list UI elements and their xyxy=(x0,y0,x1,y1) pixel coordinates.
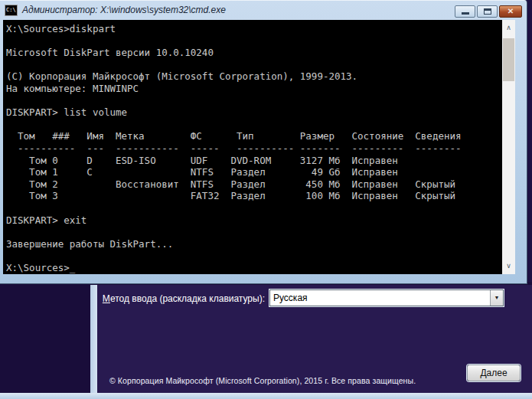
console-line: Том 3 FAT32 Раздел 100 Мб Исправен Скрыт… xyxy=(6,190,462,202)
console-line xyxy=(6,95,462,107)
desktop-background xyxy=(0,282,90,393)
scrollbar-thumb[interactable] xyxy=(503,38,514,81)
console-line xyxy=(6,202,462,214)
setup-window-bottom-border xyxy=(0,393,532,399)
console-line xyxy=(6,226,462,238)
maximize-icon xyxy=(484,8,491,15)
keyboard-layout-select[interactable]: Русская ▼ xyxy=(269,289,504,306)
next-button-text: алее xyxy=(487,368,508,378)
cmd-window: C:\ Администратор: X:\windows\system32\c… xyxy=(0,0,527,284)
console-line: DISKPART> exit xyxy=(6,214,462,227)
console-line: Завершение работы DiskPart... xyxy=(6,238,462,250)
keyboard-label-accesskey: М xyxy=(103,293,110,304)
console-line: X:\Sources>_ xyxy=(6,262,462,274)
console-line: ---------- --- ----------- ----- -------… xyxy=(6,142,462,155)
console-line: Microsoft DiskPart версии 10.0.10240 xyxy=(6,47,462,59)
close-button[interactable]: ✕ xyxy=(499,5,522,18)
console-line xyxy=(6,35,462,47)
close-icon: ✕ xyxy=(508,7,514,15)
copyright-text: © Корпорация Майкрософт (Microsoft Corpo… xyxy=(109,376,416,385)
keyboard-label-text: етод ввода (раскладка клавиатуры): xyxy=(110,293,265,304)
console-output: X:\Sources>diskpart Microsoft DiskPart в… xyxy=(6,23,462,273)
cmd-icon[interactable]: C:\ xyxy=(5,5,18,16)
console-line: DISKPART> list volume xyxy=(6,106,462,119)
vertical-scrollbar[interactable]: ∧ ∨ xyxy=(502,20,515,274)
console-line xyxy=(6,59,462,71)
console-line: Том 2 Восстановит NTFS Раздел 450 Мб Исп… xyxy=(6,178,462,191)
console-line: (C) Корпорация Майкрософт (Microsoft Cor… xyxy=(6,70,462,83)
console-line xyxy=(6,119,462,131)
screen: Метод ввода (раскладка клавиатуры): Русс… xyxy=(0,0,532,399)
keyboard-layout-label: Метод ввода (раскладка клавиатуры): xyxy=(90,293,265,304)
console-line: Том ### Имя Метка ФС Тип Размер Состояни… xyxy=(6,130,462,142)
window-controls: ✕ xyxy=(455,5,522,18)
console-line: На компьютере: MINWINPC xyxy=(6,83,462,95)
console-line: Том 1 C NTFS Раздел 49 Gб Исправен xyxy=(6,166,462,178)
minimize-icon xyxy=(462,12,469,15)
scroll-down-icon[interactable]: ∨ xyxy=(502,260,515,273)
console-line xyxy=(6,250,462,262)
window-title: Администратор: X:\windows\system32\cmd.e… xyxy=(22,5,226,15)
console-client[interactable]: X:\Sources>diskpart Microsoft DiskPart в… xyxy=(3,20,515,274)
console-line: X:\Sources>diskpart xyxy=(6,23,462,35)
maximize-button[interactable] xyxy=(477,5,498,18)
next-button[interactable]: Далее xyxy=(467,365,521,381)
keyboard-layout-value: Русская xyxy=(273,293,308,303)
combo-dropdown-arrow-icon[interactable]: ▼ xyxy=(490,290,503,306)
titlebar[interactable]: C:\ Администратор: X:\windows\system32\c… xyxy=(0,0,527,20)
minimize-button[interactable] xyxy=(455,5,475,18)
scroll-up-icon[interactable]: ∧ xyxy=(502,21,515,34)
next-button-accesskey: Д xyxy=(480,368,486,378)
console-line: Том 0 D ESD-ISO UDF DVD-ROM 3127 Мб Испр… xyxy=(6,155,462,167)
